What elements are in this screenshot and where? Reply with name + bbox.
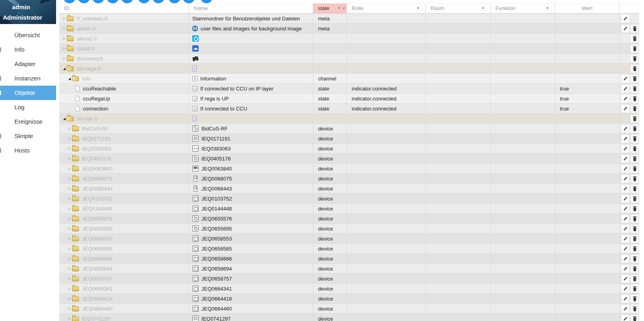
table-row[interactable]: ▷JEQ0664418JEQ0664418device — [59, 294, 639, 304]
tree-expand-icon[interactable]: ▷ — [67, 126, 72, 130]
delete-button[interactable] — [630, 215, 639, 223]
tree-expand-icon[interactable]: ▷ — [67, 237, 72, 241]
edit-button[interactable] — [621, 265, 630, 273]
delete-button[interactable] — [630, 84, 639, 93]
delete-button[interactable] — [630, 64, 639, 73]
tree-expand-icon[interactable]: ▷ — [67, 307, 72, 311]
toolbar-circle-button-5[interactable] — [121, 0, 133, 3]
delete-button[interactable] — [630, 54, 639, 63]
delete-button[interactable] — [630, 154, 639, 163]
edit-button[interactable] — [621, 24, 630, 33]
sidebar-item-info[interactable]: Info — [0, 42, 56, 57]
sidebar-item-skripte[interactable]: Skripte — [0, 129, 56, 143]
sidebar-item-übersicht[interactable]: Übersicht — [0, 28, 56, 42]
edit-button[interactable] — [621, 134, 630, 143]
column-header-rolle[interactable]: Rolle▼ — [347, 4, 426, 13]
filter-dropdown-icon[interactable]: ▼ — [546, 4, 549, 13]
edit-button[interactable] — [621, 74, 630, 83]
sidebar-item-objekte[interactable]: Objekte — [0, 86, 56, 100]
delete-button[interactable] — [630, 275, 639, 283]
delete-button[interactable] — [630, 114, 639, 123]
tree-expand-icon[interactable]: ▷ — [67, 197, 72, 201]
table-row[interactable]: ▷IEQ0171191IEQ0171191device — [59, 134, 639, 144]
table-row[interactable]: ▷JEQ0655576JEQ0655576device — [59, 214, 639, 224]
edit-button[interactable] — [621, 154, 630, 163]
delete-button[interactable] — [630, 44, 639, 53]
tree-expand-icon[interactable]: ▷ — [67, 217, 72, 221]
delete-button[interactable] — [630, 205, 639, 213]
table-row[interactable]: ▷JEQ0664460JEQ0664460device — [59, 304, 639, 314]
edit-button[interactable] — [621, 255, 630, 263]
edit-button[interactable] — [621, 144, 630, 153]
table-row[interactable]: ▷admin.0user files and images for backgr… — [59, 24, 639, 34]
edit-button[interactable] — [621, 94, 630, 103]
tree-expand-icon[interactable]: ▷ — [67, 247, 72, 251]
tree-expand-icon[interactable]: ▷ — [67, 287, 72, 291]
table-row[interactable]: ▷alexa2.0 — [59, 34, 639, 44]
sidebar-item-hosts[interactable]: Hosts — [0, 143, 56, 158]
delete-button[interactable] — [630, 295, 639, 303]
delete-button[interactable] — [630, 185, 639, 193]
tree-expand-icon[interactable]: ▷ — [67, 136, 72, 140]
table-row[interactable]: ccuReachableIf connected to CCU on IP la… — [59, 84, 639, 94]
edit-button[interactable] — [621, 275, 630, 283]
delete-button[interactable] — [630, 165, 639, 173]
delete-button[interactable] — [630, 175, 639, 183]
delete-button[interactable] — [630, 255, 639, 263]
table-row[interactable]: ▷discovery.0 — [59, 54, 639, 64]
tree-collapse-icon[interactable]: ◢ — [62, 117, 67, 120]
table-row[interactable]: ▷JEQ0658694JEQ0658694device — [59, 264, 639, 274]
filter-dropdown-icon[interactable]: ▼ — [417, 4, 420, 13]
tree-expand-icon[interactable]: ▷ — [67, 297, 72, 301]
tree-expand-icon[interactable]: ▷ — [62, 26, 67, 30]
table-row[interactable]: ▷IEQ0741297IEQ0741297device — [59, 314, 639, 321]
table-row[interactable]: ▷IEQ0383063IEQ0383063device — [59, 144, 639, 154]
sidebar-item-ereignisse[interactable]: Ereignisse — [0, 114, 56, 129]
delete-button[interactable] — [630, 225, 639, 233]
tree-expand-icon[interactable]: ▷ — [67, 146, 72, 150]
table-row[interactable]: ▷JEQ0144448JEQ0144448device — [59, 204, 639, 214]
table-row[interactable]: ▷IEQ0405178IEQ0405178device — [59, 154, 639, 164]
column-header-name[interactable]: Name — [189, 4, 313, 13]
table-row[interactable]: ▷0_userdata.0Stammordner für Benutzerobj… — [59, 14, 639, 24]
tree-expand-icon[interactable]: ▷ — [62, 46, 67, 50]
filter-dropdown-icon[interactable]: ▼ — [481, 4, 485, 13]
delete-button[interactable] — [630, 134, 639, 143]
tree-expand-icon[interactable]: ▷ — [67, 167, 72, 171]
delete-button[interactable] — [630, 144, 639, 153]
delete-button[interactable] — [630, 245, 639, 253]
edit-button[interactable] — [621, 14, 630, 23]
toolbar-circle-button-1[interactable] — [63, 0, 76, 3]
delete-button[interactable] — [630, 104, 639, 113]
toolbar-circle-button-2[interactable] — [78, 0, 90, 3]
tree-expand-icon[interactable]: ▷ — [62, 56, 67, 60]
tree-expand-icon[interactable]: ▷ — [67, 277, 72, 281]
table-row[interactable]: ▷JEQ0664341JEQ0664341device — [59, 284, 639, 294]
table-row[interactable]: connectionIf connected to CCUstateindica… — [59, 104, 639, 114]
edit-button[interactable] — [621, 124, 630, 133]
delete-button[interactable] — [630, 124, 639, 133]
tree-expand-icon[interactable]: ▷ — [62, 16, 67, 20]
column-header-raum[interactable]: Raum▼ — [426, 4, 491, 13]
table-row[interactable]: ▷JEQ0068443JEQ0068443device — [59, 184, 639, 194]
edit-button[interactable] — [621, 295, 630, 303]
table-row[interactable]: ▷JEQ0655695JEQ0655695device — [59, 224, 639, 234]
tree-expand-icon[interactable]: ▷ — [67, 187, 72, 191]
edit-button[interactable] — [621, 215, 630, 223]
delete-button[interactable] — [630, 235, 639, 243]
tree-expand-icon[interactable]: ▷ — [62, 36, 67, 40]
delete-button[interactable] — [630, 34, 639, 43]
sidebar-item-adapter[interactable]: Adapter — [0, 57, 56, 71]
toolbar-circle-button-10[interactable] — [200, 0, 213, 3]
delete-button[interactable] — [630, 24, 639, 33]
table-row[interactable]: ▷cloud.0☁ — [59, 44, 639, 54]
edit-button[interactable] — [621, 245, 630, 253]
edit-button[interactable] — [621, 195, 630, 203]
edit-button[interactable] — [621, 285, 630, 293]
table-row[interactable]: ▷JEQ0658553JEQ0658553device — [59, 234, 639, 244]
tree-collapse-icon[interactable]: ◢ — [62, 67, 67, 70]
delete-button[interactable] — [630, 265, 639, 273]
table-row[interactable]: ◢hm-rega.0 — [59, 64, 639, 74]
toolbar-circle-button-4[interactable] — [107, 0, 119, 3]
edit-button[interactable] — [621, 185, 630, 193]
